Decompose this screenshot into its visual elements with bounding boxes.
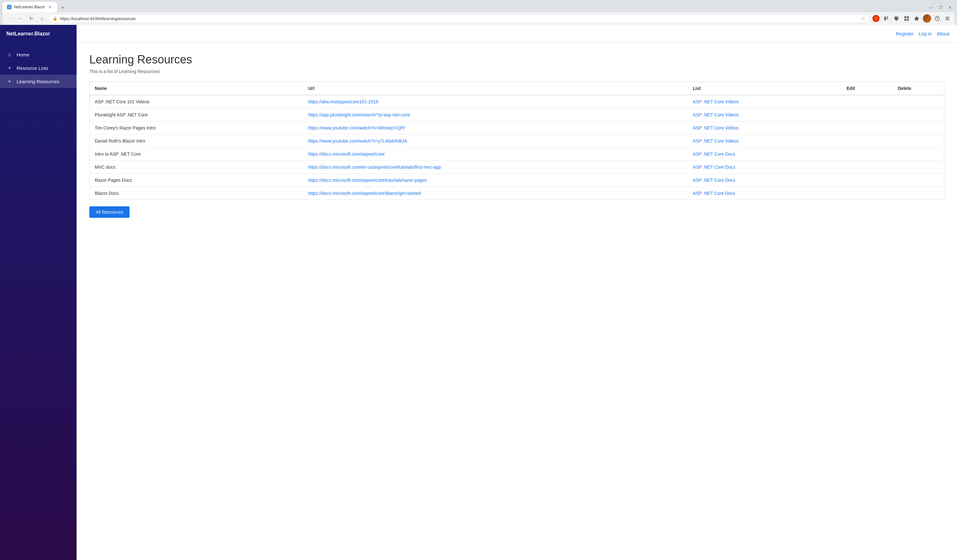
cell-name: Blazor Docs xyxy=(90,187,303,200)
resource-list-link[interactable]: ASP .NET Core Docs xyxy=(693,191,735,196)
col-header-delete: Delete xyxy=(893,82,944,95)
resource-list-link[interactable]: ASP .NET Core Videos xyxy=(693,125,739,131)
cell-name: Daniel Roth's Blazor Intro xyxy=(90,134,303,148)
address-bar[interactable]: 🔒 https://localhost:44354/learningresour… xyxy=(49,14,870,23)
table-row: Pluralsight ASP .NET Corehttps://app.plu… xyxy=(90,109,944,121)
cell-url: https://docs.microsoft.com/aspnet/core/b… xyxy=(303,187,688,200)
cell-delete xyxy=(893,148,944,161)
sidebar-item-resource-lists[interactable]: + Resource Lists xyxy=(0,61,77,75)
cell-delete xyxy=(893,134,944,148)
sidebar-item-learning-resources[interactable]: + Learning Resources xyxy=(0,75,77,88)
resource-url-link[interactable]: https://app.pluralsight.com/search/?q=as… xyxy=(308,112,410,117)
maximize-button[interactable]: ❐ xyxy=(936,3,945,12)
cell-list: ASP .NET Core Videos xyxy=(688,109,842,121)
help-icon[interactable] xyxy=(933,14,942,23)
reload-button[interactable]: ↻ xyxy=(27,14,36,23)
lock-icon: 🔒 xyxy=(53,16,57,21)
url-text: https://localhost:44354/learningresource… xyxy=(60,16,859,21)
resource-url-link[interactable]: https://docs.microsoft.com/en-us/aspnet/… xyxy=(308,164,441,170)
reader-view-icon[interactable] xyxy=(882,14,891,23)
cell-url: https://www.youtube.com/watch?v=68towqYc… xyxy=(303,121,688,134)
collections-icon[interactable] xyxy=(902,14,911,23)
cell-url: https://aka.ms/aspnetcore101-2019 xyxy=(303,95,688,109)
cell-url: https://app.pluralsight.com/search/?q=as… xyxy=(303,109,688,121)
resource-url-link[interactable]: https://www.youtube.com/watch?v=68towqYc… xyxy=(308,125,405,131)
resource-url-link[interactable]: https://aka.ms/aspnetcore101-2019 xyxy=(308,99,378,104)
extensions-icon[interactable] xyxy=(912,14,921,23)
resource-list-link[interactable]: ASP .NET Core Docs xyxy=(693,151,735,156)
cell-delete xyxy=(893,174,944,187)
resource-url-link[interactable]: https://docs.microsoft.com/aspnet/core/b… xyxy=(308,191,421,196)
cell-delete xyxy=(893,95,944,109)
cell-url: https://www.youtube.com/watch?v=y7LAbdoN… xyxy=(303,134,688,148)
table-row: ASP .NET Core 101 Videoshttps://aka.ms/a… xyxy=(90,95,944,109)
table-row: Intro to ASP .NET Corehttps://docs.micro… xyxy=(90,148,944,161)
window-controls: — ❐ ✕ xyxy=(926,3,954,12)
cell-list: ASP .NET Core Docs xyxy=(688,174,842,187)
resource-list-link[interactable]: ASP .NET Core Videos xyxy=(693,112,739,117)
sidebar-resource-lists-label: Resource Lists xyxy=(17,65,48,71)
pocket-icon[interactable] xyxy=(892,14,901,23)
table-row: Blazor Docshttps://docs.microsoft.com/as… xyxy=(90,187,944,200)
resource-list-link[interactable]: ASP .NET Core Videos xyxy=(693,139,739,144)
table-row: Daniel Roth's Blazor Introhttps://www.yo… xyxy=(90,134,944,148)
menu-icon[interactable] xyxy=(943,14,952,23)
cell-list: ASP .NET Core Docs xyxy=(688,187,842,200)
active-tab[interactable]: B NetLearner.Blazor ✕ xyxy=(3,2,57,12)
resource-list-link[interactable]: ASP .NET Core Docs xyxy=(693,164,735,170)
forward-button[interactable]: → xyxy=(16,14,25,23)
bookmark-icon[interactable]: ☆ xyxy=(861,16,865,21)
resource-lists-icon: + xyxy=(6,65,13,71)
cell-edit xyxy=(842,134,893,148)
tab-favicon: B xyxy=(7,5,11,9)
close-button[interactable]: ✕ xyxy=(946,3,954,12)
cell-delete xyxy=(893,109,944,121)
login-link[interactable]: Log in xyxy=(919,31,932,36)
cell-name: Tim Corey's Razor Pages Intro xyxy=(90,121,303,134)
cell-list: ASP .NET Core Docs xyxy=(688,161,842,174)
profile-avatar[interactable] xyxy=(922,14,932,23)
svg-rect-8 xyxy=(904,19,906,21)
resources-table: Name Url List Edit Delete ASP .NET Core … xyxy=(89,82,944,200)
all-resources-button[interactable]: All Resources xyxy=(89,206,129,218)
firefox-icon xyxy=(872,14,880,23)
brand-text: NetLearner.Blazor xyxy=(6,31,50,37)
cell-list: ASP .NET Core Videos xyxy=(688,95,842,109)
resource-list-link[interactable]: ASP .NET Core Videos xyxy=(693,99,739,104)
cell-list: ASP .NET Core Videos xyxy=(688,134,842,148)
resource-list-link[interactable]: ASP .NET Core Docs xyxy=(693,178,735,183)
top-nav: Register Log in About xyxy=(77,25,957,43)
svg-rect-13 xyxy=(946,18,949,19)
sidebar-brand: NetLearner.Blazor xyxy=(0,25,77,43)
table-body: ASP .NET Core 101 Videoshttps://aka.ms/a… xyxy=(90,95,944,200)
cell-name: MVC docs xyxy=(90,161,303,174)
app-layout: ⌂ Home + Resource Lists + Learning Resou… xyxy=(0,43,957,560)
back-button[interactable]: ← xyxy=(5,14,14,23)
resource-url-link[interactable]: https://docs.microsoft.com/aspnet/core xyxy=(308,151,385,156)
svg-rect-12 xyxy=(946,17,949,17)
cell-name: Pluralsight ASP .NET Core xyxy=(90,109,303,121)
home-icon: ⌂ xyxy=(6,52,13,57)
cell-list: ASP .NET Core Videos xyxy=(688,121,842,134)
tab-bar: B NetLearner.Blazor ✕ + — ❐ ✕ xyxy=(3,2,954,12)
tab-title: NetLearner.Blazor xyxy=(14,5,45,9)
cell-name: ASP .NET Core 101 Videos xyxy=(90,95,303,109)
tab-close-button[interactable]: ✕ xyxy=(47,5,53,9)
svg-point-11 xyxy=(937,19,938,20)
table-row: MVC docshttps://docs.microsoft.com/en-us… xyxy=(90,161,944,174)
minimize-button[interactable]: — xyxy=(926,3,935,12)
col-header-list: List xyxy=(688,82,842,95)
resource-url-link[interactable]: https://docs.microsoft.com/aspnet/core/t… xyxy=(308,178,426,183)
home-button[interactable]: ⌂ xyxy=(38,14,47,23)
sidebar-item-home[interactable]: ⌂ Home xyxy=(0,48,77,61)
register-link[interactable]: Register xyxy=(896,31,914,36)
about-link[interactable]: About xyxy=(937,31,949,36)
learning-resources-icon: + xyxy=(6,79,13,84)
sidebar-learning-resources-label: Learning Resources xyxy=(17,79,59,84)
table-row: Tim Corey's Razor Pages Introhttps://www… xyxy=(90,121,944,134)
new-tab-button[interactable]: + xyxy=(58,3,67,12)
table-row: Razor Pages Docshttps://docs.microsoft.c… xyxy=(90,174,944,187)
cell-delete xyxy=(893,161,944,174)
resource-url-link[interactable]: https://www.youtube.com/watch?v=y7LAbdoN… xyxy=(308,139,407,144)
cell-list: ASP .NET Core Docs xyxy=(688,148,842,161)
